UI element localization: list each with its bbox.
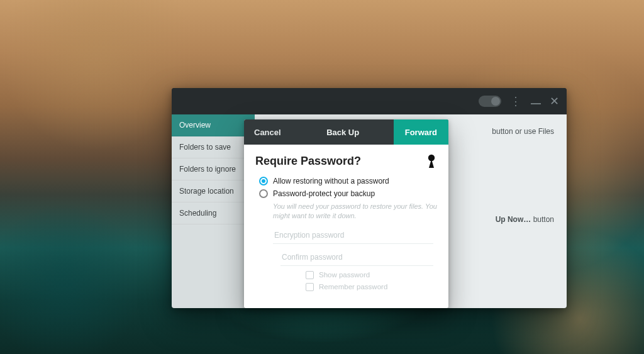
- checkbox-label: Show password: [319, 271, 370, 279]
- confirm-password-field[interactable]: Confirm password: [280, 249, 433, 266]
- checkbox-box: [306, 271, 314, 279]
- radio-indicator: [259, 189, 268, 198]
- dialog-body: Require Password? Allow restoring withou…: [244, 145, 448, 297]
- window-titlebar: ⋮ ✕: [172, 88, 567, 114]
- sidebar-item-label: Overview: [179, 121, 211, 130]
- encryption-password-field[interactable]: Encryption password: [273, 227, 433, 244]
- sidebar-item-label: Scheduling: [179, 209, 216, 218]
- desktop-background: ⋮ ✕ Overview Folders to save Folders to …: [0, 0, 644, 354]
- cancel-label: Cancel: [254, 128, 281, 137]
- window-menu-button[interactable]: ⋮: [510, 94, 522, 108]
- window-minimize-button[interactable]: [531, 98, 541, 104]
- keyhole-icon: [425, 152, 438, 170]
- overview-hint-text-top: button or use Files: [492, 127, 554, 136]
- radio-label: Allow restoring without a password: [273, 177, 389, 185]
- sidebar-item-overview[interactable]: Overview: [172, 114, 255, 136]
- checkbox-box: [306, 283, 314, 291]
- dialog-heading: Require Password?: [255, 155, 437, 168]
- hint-text: button or use Files: [492, 127, 554, 136]
- radio-label: Password-protect your backup: [273, 189, 375, 198]
- radio-allow-no-password[interactable]: Allow restoring without a password: [259, 177, 437, 185]
- auto-backup-toggle[interactable]: [479, 96, 501, 107]
- sidebar-item-label: Folders to ignore: [179, 165, 236, 174]
- radio-indicator: [259, 177, 268, 185]
- hint-bold: Up Now…: [496, 215, 531, 224]
- remember-password-checkbox[interactable]: Remember password: [306, 283, 437, 291]
- sidebar-item-storage-location[interactable]: Storage location: [172, 180, 255, 202]
- dialog-header: Cancel Back Up Forward: [244, 119, 448, 145]
- sidebar-item-scheduling[interactable]: Scheduling: [172, 202, 255, 224]
- sidebar-item-folders-to-ignore[interactable]: Folders to ignore: [172, 158, 255, 180]
- forward-button[interactable]: Forward: [394, 119, 448, 145]
- radio-password-protect[interactable]: Password-protect your backup: [259, 189, 437, 198]
- hint-suffix: button: [531, 215, 554, 224]
- sidebar-item-folders-to-save[interactable]: Folders to save: [172, 136, 255, 158]
- overview-hint-text-mid: Up Now… button: [496, 215, 554, 224]
- forward-label: Forward: [405, 128, 437, 137]
- dialog-title: Back Up: [292, 119, 394, 145]
- show-password-checkbox[interactable]: Show password: [306, 271, 437, 279]
- dialog-title-text: Back Up: [326, 128, 359, 137]
- require-password-dialog: Cancel Back Up Forward Require Password?…: [244, 119, 448, 308]
- checkbox-label: Remember password: [319, 283, 387, 290]
- password-protect-help-text: You will need your password to restore y…: [273, 202, 437, 221]
- sidebar: Overview Folders to save Folders to igno…: [172, 114, 255, 308]
- sidebar-item-label: Folders to save: [179, 143, 231, 152]
- window-close-button[interactable]: ✕: [550, 94, 559, 108]
- sidebar-item-label: Storage location: [179, 187, 234, 196]
- cancel-button[interactable]: Cancel: [244, 119, 292, 145]
